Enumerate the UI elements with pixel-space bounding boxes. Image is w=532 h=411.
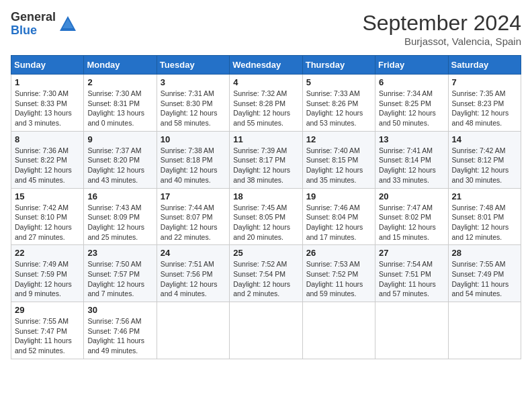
calendar-row: 8 Sunrise: 7:36 AMSunset: 8:22 PMDayligh… bbox=[11, 131, 521, 188]
empty-cell bbox=[375, 302, 448, 359]
day-info: Sunrise: 7:37 AMSunset: 8:20 PMDaylight:… bbox=[87, 146, 144, 184]
empty-cell bbox=[302, 302, 375, 359]
table-row: 28 Sunrise: 7:55 AMSunset: 7:49 PMDaylig… bbox=[448, 245, 521, 302]
title-block: September 2024 Burjassot, Valencia, Spai… bbox=[362, 11, 521, 47]
day-info: Sunrise: 7:41 AMSunset: 8:14 PMDaylight:… bbox=[379, 146, 436, 184]
day-info: Sunrise: 7:54 AMSunset: 7:51 PMDaylight:… bbox=[379, 260, 436, 298]
day-number: 26 bbox=[306, 248, 371, 258]
table-row: 25 Sunrise: 7:52 AMSunset: 7:54 PMDaylig… bbox=[230, 245, 302, 302]
day-number: 8 bbox=[15, 134, 80, 144]
day-number: 5 bbox=[306, 77, 371, 87]
table-row: 1 Sunrise: 7:30 AMSunset: 8:33 PMDayligh… bbox=[11, 75, 84, 132]
day-info: Sunrise: 7:46 AMSunset: 8:04 PMDaylight:… bbox=[306, 203, 363, 241]
table-row: 8 Sunrise: 7:36 AMSunset: 8:22 PMDayligh… bbox=[11, 131, 84, 188]
day-number: 6 bbox=[379, 77, 444, 87]
day-number: 25 bbox=[233, 248, 298, 258]
table-row: 2 Sunrise: 7:30 AMSunset: 8:31 PMDayligh… bbox=[84, 75, 157, 132]
location: Burjassot, Valencia, Spain bbox=[362, 36, 521, 47]
calendar-row: 1 Sunrise: 7:30 AMSunset: 8:33 PMDayligh… bbox=[11, 75, 521, 132]
day-number: 28 bbox=[452, 248, 517, 258]
calendar-row: 29 Sunrise: 7:55 AMSunset: 7:47 PMDaylig… bbox=[11, 302, 521, 359]
day-info: Sunrise: 7:52 AMSunset: 7:54 PMDaylight:… bbox=[233, 260, 290, 298]
table-row: 18 Sunrise: 7:45 AMSunset: 8:05 PMDaylig… bbox=[230, 188, 302, 245]
table-row: 16 Sunrise: 7:43 AMSunset: 8:09 PMDaylig… bbox=[84, 188, 157, 245]
day-number: 7 bbox=[452, 77, 517, 87]
table-row: 5 Sunrise: 7:33 AMSunset: 8:26 PMDayligh… bbox=[302, 75, 375, 132]
day-number: 30 bbox=[87, 305, 152, 315]
day-number: 15 bbox=[15, 191, 80, 201]
table-row: 29 Sunrise: 7:55 AMSunset: 7:47 PMDaylig… bbox=[11, 302, 84, 359]
day-info: Sunrise: 7:30 AMSunset: 8:33 PMDaylight:… bbox=[15, 89, 72, 127]
table-row: 30 Sunrise: 7:56 AMSunset: 7:46 PMDaylig… bbox=[84, 302, 157, 359]
empty-cell bbox=[157, 302, 229, 359]
table-row: 3 Sunrise: 7:31 AMSunset: 8:30 PMDayligh… bbox=[157, 75, 229, 132]
table-row: 14 Sunrise: 7:42 AMSunset: 8:12 PMDaylig… bbox=[448, 131, 521, 188]
day-info: Sunrise: 7:47 AMSunset: 8:02 PMDaylight:… bbox=[379, 203, 436, 241]
day-info: Sunrise: 7:56 AMSunset: 7:46 PMDaylight:… bbox=[87, 317, 144, 355]
day-info: Sunrise: 7:33 AMSunset: 8:26 PMDaylight:… bbox=[306, 89, 363, 127]
day-number: 16 bbox=[87, 191, 152, 201]
day-number: 10 bbox=[161, 134, 226, 144]
day-number: 22 bbox=[15, 248, 80, 258]
table-row: 12 Sunrise: 7:40 AMSunset: 8:15 PMDaylig… bbox=[302, 131, 375, 188]
table-row: 10 Sunrise: 7:38 AMSunset: 8:18 PMDaylig… bbox=[157, 131, 229, 188]
logo-blue: Blue bbox=[11, 24, 56, 38]
table-row: 24 Sunrise: 7:51 AMSunset: 7:56 PMDaylig… bbox=[157, 245, 229, 302]
day-info: Sunrise: 7:32 AMSunset: 8:28 PMDaylight:… bbox=[233, 89, 290, 127]
day-number: 12 bbox=[306, 134, 371, 144]
table-row: 26 Sunrise: 7:53 AMSunset: 7:52 PMDaylig… bbox=[302, 245, 375, 302]
day-info: Sunrise: 7:42 AMSunset: 8:10 PMDaylight:… bbox=[15, 203, 72, 241]
table-row: 11 Sunrise: 7:39 AMSunset: 8:17 PMDaylig… bbox=[230, 131, 302, 188]
calendar-row: 15 Sunrise: 7:42 AMSunset: 8:10 PMDaylig… bbox=[11, 188, 521, 245]
calendar-table: Sunday Monday Tuesday Wednesday Thursday… bbox=[11, 55, 521, 359]
day-number: 17 bbox=[161, 191, 226, 201]
table-row: 23 Sunrise: 7:50 AMSunset: 7:57 PMDaylig… bbox=[84, 245, 157, 302]
day-info: Sunrise: 7:35 AMSunset: 8:23 PMDaylight:… bbox=[452, 89, 509, 127]
table-row: 19 Sunrise: 7:46 AMSunset: 8:04 PMDaylig… bbox=[302, 188, 375, 245]
col-monday: Monday bbox=[84, 56, 157, 75]
day-number: 29 bbox=[15, 305, 80, 315]
day-number: 9 bbox=[87, 134, 152, 144]
day-info: Sunrise: 7:53 AMSunset: 7:52 PMDaylight:… bbox=[306, 260, 363, 298]
day-number: 1 bbox=[15, 77, 80, 87]
day-number: 20 bbox=[379, 191, 444, 201]
day-info: Sunrise: 7:39 AMSunset: 8:17 PMDaylight:… bbox=[233, 146, 290, 184]
logo: General Blue bbox=[11, 11, 77, 38]
day-info: Sunrise: 7:43 AMSunset: 8:09 PMDaylight:… bbox=[87, 203, 144, 241]
logo-icon bbox=[58, 15, 77, 34]
col-sunday: Sunday bbox=[11, 56, 84, 75]
day-number: 27 bbox=[379, 248, 444, 258]
page-header: General Blue September 2024 Burjassot, V… bbox=[11, 11, 521, 47]
day-info: Sunrise: 7:36 AMSunset: 8:22 PMDaylight:… bbox=[15, 146, 72, 184]
day-info: Sunrise: 7:55 AMSunset: 7:47 PMDaylight:… bbox=[15, 317, 72, 355]
day-info: Sunrise: 7:49 AMSunset: 7:59 PMDaylight:… bbox=[15, 260, 72, 298]
day-info: Sunrise: 7:48 AMSunset: 8:01 PMDaylight:… bbox=[452, 203, 509, 241]
table-row: 15 Sunrise: 7:42 AMSunset: 8:10 PMDaylig… bbox=[11, 188, 84, 245]
day-number: 4 bbox=[233, 77, 298, 87]
table-row: 4 Sunrise: 7:32 AMSunset: 8:28 PMDayligh… bbox=[230, 75, 302, 132]
month-year: September 2024 bbox=[362, 11, 521, 36]
day-number: 23 bbox=[87, 248, 152, 258]
table-row: 21 Sunrise: 7:48 AMSunset: 8:01 PMDaylig… bbox=[448, 188, 521, 245]
table-row: 9 Sunrise: 7:37 AMSunset: 8:20 PMDayligh… bbox=[84, 131, 157, 188]
col-saturday: Saturday bbox=[448, 56, 521, 75]
day-info: Sunrise: 7:31 AMSunset: 8:30 PMDaylight:… bbox=[161, 89, 218, 127]
table-row: 20 Sunrise: 7:47 AMSunset: 8:02 PMDaylig… bbox=[375, 188, 448, 245]
table-row: 6 Sunrise: 7:34 AMSunset: 8:25 PMDayligh… bbox=[375, 75, 448, 132]
col-tuesday: Tuesday bbox=[157, 56, 229, 75]
day-number: 21 bbox=[452, 191, 517, 201]
table-row: 13 Sunrise: 7:41 AMSunset: 8:14 PMDaylig… bbox=[375, 131, 448, 188]
col-friday: Friday bbox=[375, 56, 448, 75]
table-row: 27 Sunrise: 7:54 AMSunset: 7:51 PMDaylig… bbox=[375, 245, 448, 302]
day-number: 24 bbox=[161, 248, 226, 258]
day-number: 11 bbox=[233, 134, 298, 144]
calendar-row: 22 Sunrise: 7:49 AMSunset: 7:59 PMDaylig… bbox=[11, 245, 521, 302]
day-info: Sunrise: 7:30 AMSunset: 8:31 PMDaylight:… bbox=[87, 89, 144, 127]
day-number: 13 bbox=[379, 134, 444, 144]
day-number: 3 bbox=[161, 77, 226, 87]
col-wednesday: Wednesday bbox=[230, 56, 302, 75]
table-row: 22 Sunrise: 7:49 AMSunset: 7:59 PMDaylig… bbox=[11, 245, 84, 302]
day-number: 19 bbox=[306, 191, 371, 201]
day-number: 18 bbox=[233, 191, 298, 201]
empty-cell bbox=[230, 302, 302, 359]
